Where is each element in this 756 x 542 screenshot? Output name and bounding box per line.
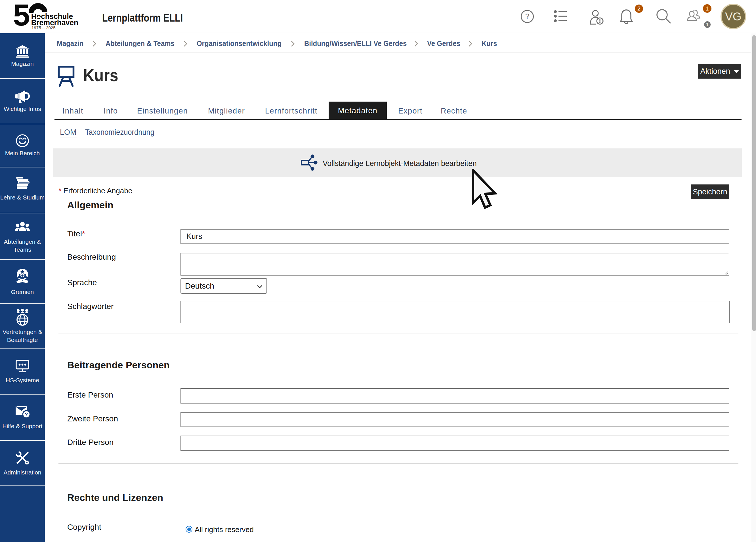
svg-text:?: ?: [25, 412, 28, 417]
svg-text:?: ?: [525, 12, 529, 21]
svg-text:5: 5: [13, 1, 29, 31]
svg-text:1975 – 2025: 1975 – 2025: [31, 26, 56, 30]
